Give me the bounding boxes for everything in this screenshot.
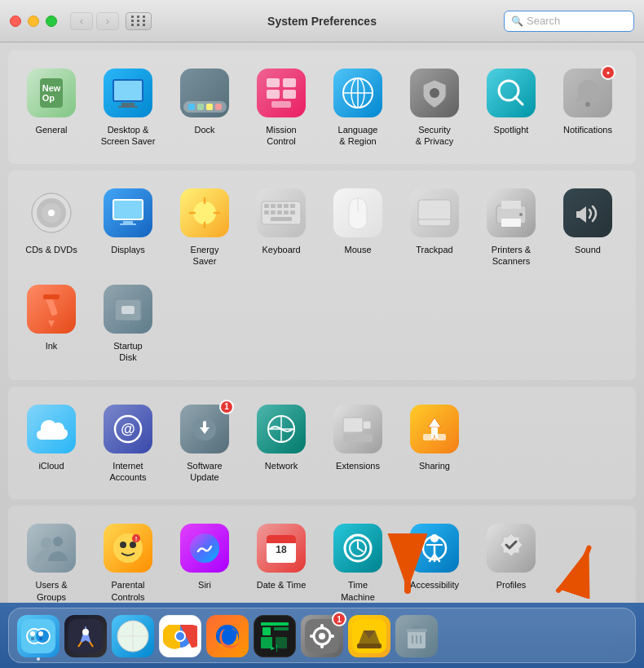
dock-chrome[interactable] [159,615,201,657]
grid-view-button[interactable] [126,12,152,30]
energy-icon [179,187,231,239]
svg-rect-53 [121,306,135,314]
pref-network[interactable]: Network [245,396,318,490]
security-label: Security& Privacy [416,124,453,148]
forward-button[interactable]: › [96,12,119,30]
ink-icon [25,283,77,335]
pref-mission[interactable]: MissionControl [245,60,318,154]
pref-desktop[interactable]: Desktop &Screen Saver [91,60,165,154]
svg-rect-5 [283,78,296,87]
pref-profiles[interactable]: Profiles [474,515,548,603]
svg-rect-36 [264,210,269,215]
printers-icon [485,187,537,239]
printers-label: Printers &Scanners [492,244,531,268]
section-internet: iCloud @ InternetAccounts [8,387,636,500]
sharing-icon: 人 [408,403,461,455]
window-title: System Preferences [267,15,377,28]
svg-rect-7 [283,90,296,99]
svg-point-96 [36,630,49,643]
energy-label: EnergySaver [191,244,219,268]
pref-mouse[interactable]: Mouse [321,180,395,274]
dock-finder[interactable] [17,615,60,657]
pref-extensions[interactable]: Extensions [321,396,395,490]
pref-energy[interactable]: EnergySaver [168,180,241,274]
svg-text:!: ! [135,535,138,542]
pref-language[interactable]: Language& Region [321,60,395,154]
dock: ▶| 1 [0,603,644,668]
svg-point-122 [319,633,325,639]
search-box[interactable]: 🔍 [504,11,634,32]
close-button[interactable] [10,15,21,27]
dock-launchpad[interactable] [64,615,107,657]
pref-security[interactable]: Security& Privacy [398,60,471,154]
pref-icloud[interactable]: iCloud [15,396,88,490]
svg-rect-43 [418,200,451,226]
dock-system-preferences[interactable]: 1 [301,615,343,657]
pref-keyboard[interactable]: Keyboard [245,180,318,274]
svg-rect-3 [118,106,138,108]
startup-icon [102,283,154,335]
security-icon [408,67,461,119]
minimize-button[interactable] [28,15,39,27]
pref-parental[interactable]: ! ParentalControls [91,515,165,603]
pref-sharing[interactable]: 人 Sharing [398,396,471,490]
users-label: Users &Groups [35,579,67,603]
pref-startup[interactable]: StartupDisk [91,276,165,370]
pref-trackpad[interactable]: Trackpad [398,180,471,274]
dock-trash[interactable] [395,615,438,657]
pref-timemachine[interactable]: TimeMachine [321,515,395,603]
pref-spotlight[interactable]: Spotlight [474,60,548,154]
svg-rect-33 [277,204,282,208]
svg-rect-126 [329,635,334,638]
svg-rect-117 [274,627,289,630]
pref-siri[interactable]: Siri [168,515,241,603]
svg-rect-47 [501,219,521,227]
back-button[interactable]: ‹ [70,12,93,30]
timemachine-icon [332,522,384,574]
pref-internet[interactable]: @ InternetAccounts [91,396,165,490]
svg-rect-57 [203,421,206,431]
svg-rect-39 [284,210,289,215]
search-icon: 🔍 [511,15,523,27]
dock-installer[interactable] [348,615,390,657]
parental-icon: ! [102,522,154,574]
svg-point-98 [38,631,43,636]
svg-point-70 [120,542,126,548]
pref-ink[interactable]: Ink [15,276,88,370]
dock-terminal-plus[interactable]: ▶| [254,615,296,657]
svg-rect-114 [261,622,289,626]
mouse-icon [332,187,384,239]
displays-icon [102,187,154,239]
svg-rect-130 [406,629,427,632]
dock-firefox[interactable] [206,615,249,657]
profiles-label: Profiles [496,579,527,591]
svg-point-71 [130,542,136,548]
svg-point-13 [430,88,439,98]
keyboard-label: Keyboard [262,244,300,255]
pref-notifications[interactable]: • Notifications [551,60,624,154]
dock-safari[interactable] [112,615,154,657]
pref-dock[interactable]: Dock [168,60,241,154]
pref-accessibility[interactable]: Accessibility [398,515,471,603]
svg-rect-8 [271,101,291,108]
pref-general[interactable]: NewOp General [15,60,88,154]
pref-displays[interactable]: Displays [91,180,165,274]
mission-icon [255,67,307,119]
maximize-button[interactable] [46,15,57,27]
svg-rect-38 [277,210,282,215]
pref-users[interactable]: Users &Groups [15,515,88,603]
search-input[interactable] [527,15,627,27]
pref-cds[interactable]: CDs & DVDs [15,180,88,274]
svg-point-54 [126,321,130,324]
extensions-label: Extensions [336,460,380,471]
pref-datetime[interactable]: 18 Date & Time [245,515,318,603]
pref-printers[interactable]: Printers &Scanners [474,180,548,274]
datetime-icon: 18 [255,522,307,574]
svg-rect-31 [264,204,269,208]
svg-rect-131 [412,626,421,629]
pref-sound[interactable]: Sound [551,180,624,274]
siri-label: Siri [198,579,211,591]
personal-grid: NewOp General [15,60,629,154]
dock-icon [179,67,231,119]
pref-software-update[interactable]: 1 SoftwareUpdate [168,396,241,490]
